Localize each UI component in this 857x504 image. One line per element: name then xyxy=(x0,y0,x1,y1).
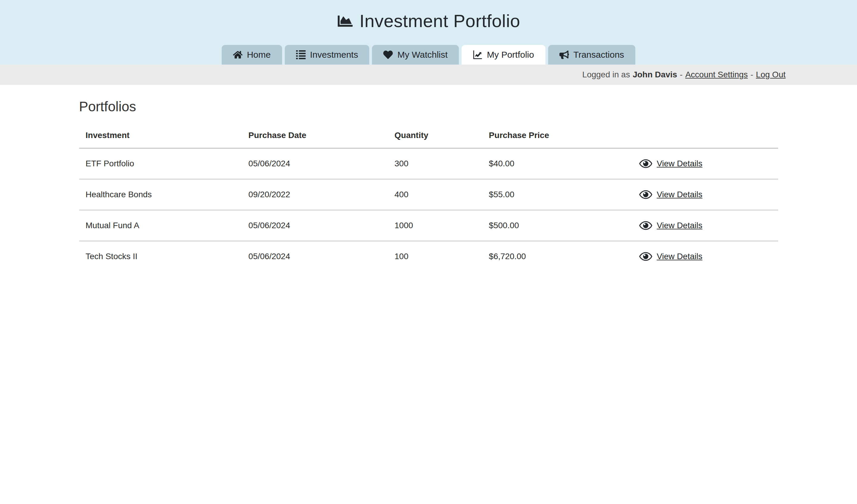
tab-my-watchlist[interactable]: My Watchlist xyxy=(372,45,459,65)
log-out-link[interactable]: Log Out xyxy=(756,70,786,80)
tab-investments[interactable]: Investments xyxy=(285,45,370,65)
table-row: Mutual Fund A 05/06/2024 1000 $500.00 Vi… xyxy=(79,210,778,241)
col-header-investment: Investment xyxy=(79,122,242,148)
purchase-price-cell: $6,720.00 xyxy=(482,241,633,272)
eye-icon xyxy=(639,252,652,261)
col-header-purchase-date: Purchase Date xyxy=(242,122,388,148)
tab-my-portfolio-label: My Portfolio xyxy=(487,50,534,60)
logged-in-username: John Davis xyxy=(633,70,677,80)
main-content: Portfolios Investment Purchase Date Quan… xyxy=(79,99,778,272)
table-header-row: Investment Purchase Date Quantity Purcha… xyxy=(79,122,778,148)
separator: - xyxy=(751,70,753,80)
page-heading: Portfolios xyxy=(79,99,778,115)
tab-investments-label: Investments xyxy=(310,50,358,60)
actions-cell: View Details xyxy=(633,241,778,272)
quantity-cell: 1000 xyxy=(388,210,482,241)
purchase-price-cell: $55.00 xyxy=(482,179,633,210)
app-header: Investment Portfolio Home Investments My… xyxy=(0,0,857,65)
account-settings-link[interactable]: Account Settings xyxy=(685,70,748,80)
list-icon xyxy=(296,50,306,60)
tab-my-portfolio[interactable]: My Portfolio xyxy=(461,45,545,65)
view-details-link[interactable]: View Details xyxy=(657,252,703,261)
logged-in-prefix: Logged in as xyxy=(582,70,630,80)
chart-line-icon xyxy=(473,50,482,60)
col-header-actions xyxy=(633,122,778,148)
separator: - xyxy=(680,70,683,80)
actions-cell: View Details xyxy=(633,148,778,179)
table-row: ETF Portfolio 05/06/2024 300 $40.00 View… xyxy=(79,148,778,179)
view-details-link[interactable]: View Details xyxy=(657,221,703,230)
purchase-date-cell: 05/06/2024 xyxy=(242,241,388,272)
investment-cell: ETF Portfolio xyxy=(79,148,242,179)
view-details-link[interactable]: View Details xyxy=(657,159,703,168)
eye-icon xyxy=(639,221,652,230)
eye-icon xyxy=(639,159,652,168)
app-title-row: Investment Portfolio xyxy=(0,0,857,31)
col-header-purchase-price: Purchase Price xyxy=(482,122,633,148)
home-icon xyxy=(233,50,242,60)
actions-cell: View Details xyxy=(633,210,778,241)
quantity-cell: 400 xyxy=(388,179,482,210)
user-bar: Logged in as John Davis - Account Settin… xyxy=(0,65,857,85)
portfolio-table: Investment Purchase Date Quantity Purcha… xyxy=(79,122,778,272)
tab-home-label: Home xyxy=(247,50,271,60)
col-header-quantity: Quantity xyxy=(388,122,482,148)
purchase-date-cell: 05/06/2024 xyxy=(242,148,388,179)
table-row: Tech Stocks II 05/06/2024 100 $6,720.00 … xyxy=(79,241,778,272)
tab-transactions[interactable]: Transactions xyxy=(548,45,636,65)
purchase-date-cell: 05/06/2024 xyxy=(242,210,388,241)
tab-transactions-label: Transactions xyxy=(573,50,624,60)
bullhorn-icon xyxy=(559,50,569,60)
purchase-date-cell: 09/20/2022 xyxy=(242,179,388,210)
investment-cell: Tech Stocks II xyxy=(79,241,242,272)
investment-cell: Healthcare Bonds xyxy=(79,179,242,210)
chart-area-icon xyxy=(337,14,354,29)
view-details-link[interactable]: View Details xyxy=(657,190,703,199)
investment-cell: Mutual Fund A xyxy=(79,210,242,241)
purchase-price-cell: $500.00 xyxy=(482,210,633,241)
table-row: Healthcare Bonds 09/20/2022 400 $55.00 V… xyxy=(79,179,778,210)
app-title: Investment Portfolio xyxy=(359,11,520,31)
actions-cell: View Details xyxy=(633,179,778,210)
tab-home[interactable]: Home xyxy=(222,45,282,65)
purchase-price-cell: $40.00 xyxy=(482,148,633,179)
quantity-cell: 100 xyxy=(388,241,482,272)
eye-icon xyxy=(639,190,652,199)
quantity-cell: 300 xyxy=(388,148,482,179)
tab-my-watchlist-label: My Watchlist xyxy=(397,50,448,60)
main-nav: Home Investments My Watchlist xyxy=(0,45,857,65)
heart-icon xyxy=(383,50,393,60)
